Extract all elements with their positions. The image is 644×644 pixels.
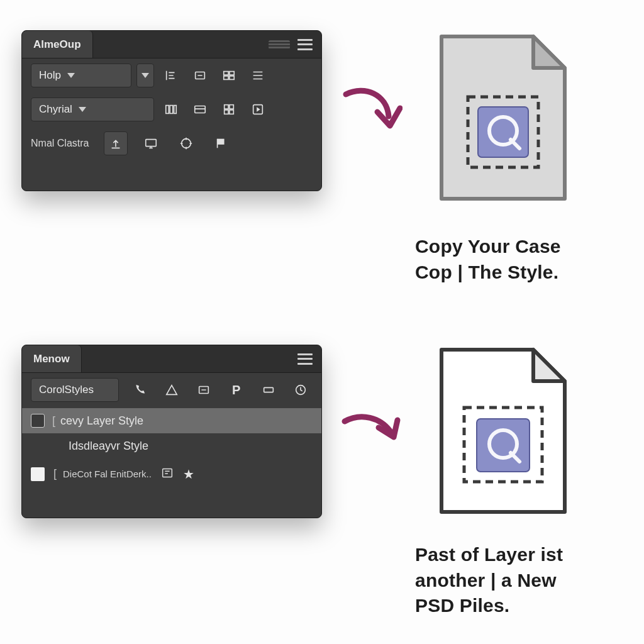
caption-top: Copy Your Case Cop | The Style. <box>415 234 629 285</box>
phone-icon[interactable] <box>128 378 151 402</box>
panel-row-3: Nmal Clastra <box>22 126 321 160</box>
layer-style-list: [ cevy Layer Style Idsdleayvr Style <box>22 407 321 462</box>
svg-rect-1 <box>224 72 228 75</box>
dropdown-corolstyles-label: CorolStyles <box>39 384 94 396</box>
panel-header: AlmeOup <box>22 31 321 58</box>
card-icon[interactable] <box>188 97 212 121</box>
rect-box-icon[interactable] <box>192 378 216 402</box>
swatch-icon[interactable] <box>31 467 45 481</box>
flag-icon[interactable] <box>209 131 233 155</box>
row-box-icon[interactable] <box>257 378 280 402</box>
svg-rect-25 <box>477 419 530 472</box>
panel-menu-icon[interactable] <box>297 353 313 365</box>
layer-thumb-icon <box>31 414 45 428</box>
svg-rect-9 <box>225 105 228 109</box>
caption-line: another | a New <box>415 568 629 594</box>
svg-rect-20 <box>163 469 172 477</box>
caption-line: Copy Your Case <box>415 234 629 260</box>
target-icon[interactable] <box>174 131 198 155</box>
svg-rect-3 <box>224 76 228 80</box>
panel-menu-icon[interactable] <box>297 39 313 50</box>
svg-rect-2 <box>230 72 234 75</box>
list-item-label: cevy Layer Style <box>60 414 143 428</box>
play-box-icon[interactable] <box>246 97 270 121</box>
svg-rect-11 <box>225 110 228 114</box>
clock-icon[interactable] <box>289 378 313 402</box>
svg-point-15 <box>182 139 191 148</box>
chevron-down-icon <box>142 73 149 78</box>
arrow-icon <box>340 402 402 453</box>
file-psd-top-icon <box>423 29 577 213</box>
svg-rect-6 <box>170 106 173 114</box>
arrow-icon <box>340 82 402 138</box>
panel-almeoup: AlmeOup Holp Chyrial <box>21 30 322 191</box>
letter-p-icon[interactable]: P <box>225 378 248 402</box>
list-item-paste-layer-style[interactable]: Idsdleayvr Style <box>22 433 321 458</box>
list-item-copy-layer-style[interactable]: [ cevy Layer Style <box>22 408 321 433</box>
chevron-down-icon <box>79 107 86 112</box>
panel-row-2: Chyrial <box>22 92 321 126</box>
caption-line: Cop | The Style. <box>415 260 629 286</box>
bracket-icon: [ <box>53 467 57 480</box>
panel-grid-icon[interactable] <box>217 64 241 87</box>
file-psd-bottom-icon <box>423 342 577 526</box>
svg-rect-7 <box>174 106 177 114</box>
svg-rect-12 <box>230 110 233 114</box>
panel-small-icon[interactable] <box>160 466 174 482</box>
list-item-label: Idsdleayvr Style <box>69 440 148 453</box>
svg-rect-8 <box>195 106 206 113</box>
svg-rect-10 <box>230 105 233 109</box>
thumbnail-grid-icon[interactable] <box>217 97 241 121</box>
svg-rect-5 <box>166 106 169 114</box>
panel-tab[interactable]: Menow <box>22 345 82 372</box>
align-left-icon[interactable] <box>159 64 183 87</box>
dropdown-holp[interactable]: Holp <box>31 64 131 87</box>
dropdown-holp-label: Holp <box>39 69 61 82</box>
panel-row-1: Holp <box>22 58 321 92</box>
triangle-icon[interactable] <box>160 378 183 402</box>
dropdown-secondary[interactable] <box>136 64 154 87</box>
dropdown-chyrial[interactable]: Chyrial <box>31 97 154 121</box>
monitor-icon[interactable] <box>139 131 163 155</box>
footer-text: DieCot Fal EnitDerk.. <box>63 469 152 479</box>
bracket-icon: [ <box>52 414 55 428</box>
svg-rect-16 <box>218 139 225 145</box>
list-view-icon[interactable] <box>246 64 270 87</box>
panel-menow: Menow CorolStyles P [ cevy Layer St <box>21 345 322 518</box>
svg-rect-4 <box>230 76 234 80</box>
panel-header: Menow <box>22 345 321 373</box>
chevron-down-icon <box>67 73 75 78</box>
panel-b-footer: [ DieCot Fal EnitDerk.. ★ <box>22 462 321 489</box>
columns-icon[interactable] <box>159 97 183 121</box>
panel-tab[interactable]: AlmeOup <box>22 31 93 58</box>
panel-b-toolbar: CorolStyles P <box>22 373 321 407</box>
caption-line: PSD Piles. <box>415 593 629 619</box>
dropdown-chyrial-label: Chyrial <box>39 103 72 116</box>
svg-rect-18 <box>264 387 274 392</box>
dropdown-corolstyles[interactable]: CorolStyles <box>31 378 119 402</box>
caption-bottom: Past of Layer ist another | a New PSD Pi… <box>415 542 629 619</box>
upload-icon[interactable] <box>104 131 128 155</box>
svg-rect-14 <box>146 140 157 147</box>
static-label: Nmal Clastra <box>31 138 92 149</box>
panel-grip-icon[interactable] <box>269 40 290 49</box>
align-center-box-icon[interactable] <box>188 64 212 87</box>
star-icon[interactable]: ★ <box>183 467 194 482</box>
caption-line: Past of Layer ist <box>415 542 629 568</box>
